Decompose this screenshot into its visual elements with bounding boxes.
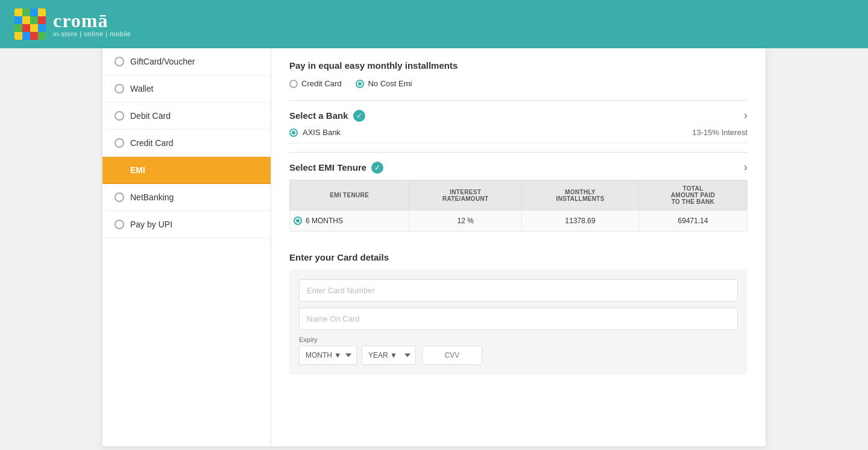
emi-table: EMI TENURE INTERESTRATE/AMOUNT MONTHLYIN…: [289, 180, 747, 232]
bank-header-left: Select a Bank ✓: [289, 110, 365, 122]
svg-rect-11: [30, 24, 38, 32]
month-select[interactable]: MONTH ▼ 010203 040506 070809 101112: [299, 346, 357, 365]
logo-text-block: cromā in-store | online | mobile: [53, 11, 131, 37]
svg-rect-9: [14, 24, 22, 32]
radio-emi[interactable]: [115, 165, 124, 175]
bank-name: AXIS Bank: [303, 128, 341, 137]
sidebar-item-emi[interactable]: EMI: [102, 157, 271, 184]
sidebar-label-upi: Pay by UPI: [130, 220, 172, 229]
tenure-chevron-icon[interactable]: ›: [744, 161, 747, 174]
radio-wallet[interactable]: [115, 84, 124, 93]
card-details-section: Enter your Card details Expiry MONTH ▼ 0…: [289, 252, 747, 375]
card-details-title: Enter your Card details: [289, 252, 747, 262]
cell-monthly: 11378.69: [521, 211, 638, 232]
emi-option-creditcard[interactable]: Credit Card: [289, 79, 341, 88]
bank-section: Select a Bank ✓ › AXIS Bank 13-15% Inter…: [289, 100, 747, 152]
tenure-header-left: Select EMI Tenure ✓: [289, 162, 383, 174]
logo-icon: [14, 8, 46, 40]
sidebar-item-wallet[interactable]: Wallet: [102, 75, 271, 103]
svg-rect-10: [22, 24, 30, 32]
radio-netbanking[interactable]: [115, 192, 124, 202]
radio-emi-creditcard[interactable]: [289, 80, 298, 88]
cell-tenure: 6 MONTHS: [290, 211, 409, 232]
svg-rect-7: [30, 16, 38, 24]
emi-type-row: Credit Card No Cost Emi: [289, 79, 747, 88]
svg-rect-8: [38, 16, 46, 24]
svg-rect-3: [30, 8, 38, 16]
expiry-row: Expiry MONTH ▼ 010203 040506 070809 1011…: [299, 336, 738, 365]
col-total: TOTALAMOUNT PAIDTO THE BANK: [639, 180, 747, 211]
radio-creditcard[interactable]: [115, 138, 124, 148]
year-select[interactable]: YEAR ▼ 202420252026 202720282029: [362, 346, 416, 365]
col-rate: INTERESTRATE/AMOUNT: [409, 180, 522, 211]
tenure-header[interactable]: Select EMI Tenure ✓ ›: [289, 161, 747, 174]
cell-total: 69471.14: [639, 211, 747, 232]
bank-header-title: Select a Bank: [289, 110, 348, 121]
svg-rect-5: [14, 16, 22, 24]
radio-debitcard[interactable]: [115, 111, 124, 121]
sidebar-item-creditcard[interactable]: Credit Card: [102, 130, 271, 157]
cvv-input[interactable]: [422, 346, 482, 365]
sidebar-label-debitcard: Debit Card: [130, 111, 171, 121]
bank-check-icon: ✓: [353, 110, 365, 122]
sidebar-label-creditcard: Credit Card: [130, 138, 174, 148]
tenure-section: Select EMI Tenure ✓ › EMI TENURE INTERES…: [289, 152, 747, 240]
main-content: GiftCard/Voucher Wallet Debit Card Credi…: [102, 48, 766, 446]
sidebar-label-netbanking: NetBanking: [130, 192, 174, 202]
brand-name: cromā: [53, 11, 131, 30]
svg-rect-12: [38, 24, 46, 32]
svg-rect-2: [22, 8, 30, 16]
radio-tenure-6m[interactable]: [294, 217, 302, 225]
expiry-label: Expiry: [299, 336, 416, 343]
table-row[interactable]: 6 MONTHS 12 % 11378.69 69471.14: [290, 211, 747, 232]
emi-option-label-creditcard: Credit Card: [301, 79, 341, 88]
header: cromā in-store | online | mobile: [0, 0, 868, 48]
card-number-input[interactable]: [299, 279, 738, 302]
card-form: Expiry MONTH ▼ 010203 040506 070809 1011…: [289, 270, 747, 375]
radio-giftcard[interactable]: [115, 57, 124, 66]
sidebar-label-giftcard: GiftCard/Voucher: [130, 57, 195, 66]
emi-option-nocost[interactable]: No Cost Emi: [356, 79, 412, 88]
sidebar-label-wallet: Wallet: [130, 84, 153, 93]
col-monthly: MONTHLYINSTALLMENTS: [521, 180, 638, 211]
radio-emi-nocost[interactable]: [356, 80, 364, 88]
logo-container: cromā in-store | online | mobile: [14, 8, 131, 40]
emi-option-label-nocost: No Cost Emi: [368, 79, 412, 88]
sidebar-item-giftcard[interactable]: GiftCard/Voucher: [102, 48, 271, 75]
svg-rect-6: [22, 16, 30, 24]
svg-rect-1: [14, 8, 22, 16]
svg-rect-14: [22, 32, 30, 40]
brand-tagline: in-store | online | mobile: [53, 30, 131, 37]
radio-upi[interactable]: [115, 220, 124, 229]
svg-rect-4: [38, 8, 46, 16]
bank-item-left: AXIS Bank: [289, 128, 341, 137]
sidebar-item-netbanking[interactable]: NetBanking: [102, 184, 271, 211]
bank-interest: 13-15% Interest: [692, 128, 747, 137]
sidebar-item-upi[interactable]: Pay by UPI: [102, 211, 271, 238]
name-on-card-input[interactable]: [299, 308, 738, 330]
svg-rect-13: [14, 32, 22, 40]
bank-item-axis[interactable]: AXIS Bank 13-15% Interest: [289, 122, 747, 144]
radio-bank-axis[interactable]: [289, 128, 298, 137]
expiry-group: Expiry MONTH ▼ 010203 040506 070809 1011…: [299, 336, 416, 365]
sidebar-item-debitcard[interactable]: Debit Card: [102, 103, 271, 130]
svg-rect-16: [38, 32, 46, 40]
svg-rect-15: [30, 32, 38, 40]
col-tenure: EMI TENURE: [290, 180, 409, 211]
sidebar: GiftCard/Voucher Wallet Debit Card Credi…: [102, 48, 271, 446]
cell-rate: 12 %: [409, 211, 522, 232]
right-panel: Pay in equal easy monthly installments C…: [271, 48, 766, 446]
bank-header[interactable]: Select a Bank ✓ ›: [289, 109, 747, 122]
bank-chevron-icon[interactable]: ›: [744, 109, 747, 122]
tenure-header-title: Select EMI Tenure: [289, 162, 366, 173]
section-title: Pay in equal easy monthly installments: [289, 60, 747, 71]
tenure-check-icon: ✓: [371, 162, 383, 174]
sidebar-label-emi: EMI: [130, 165, 145, 175]
